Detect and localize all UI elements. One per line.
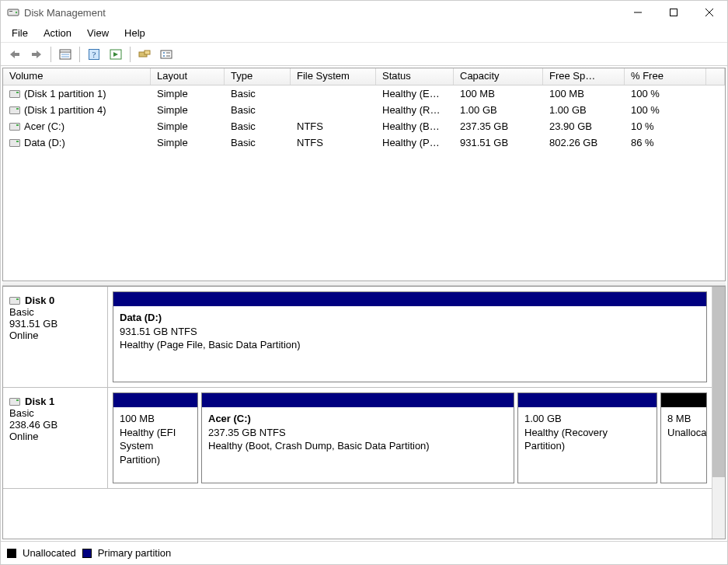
partition[interactable]: 100 MBHealthy (EFI System Partition) [113,392,198,483]
volume-pct: 86 % [625,137,706,148]
col-filesystem[interactable]: File System [291,68,376,85]
partition-body: 1.00 GBHealthy (Recovery Partition) [518,407,657,483]
disk-label[interactable]: Disk 1Basic238.46 GBOnline [3,388,108,488]
volume-type: Basic [225,104,291,116]
volume-fs: NTFS [291,120,376,132]
maximize-button[interactable] [656,1,691,24]
legend: Unallocated Primary partition [1,541,727,564]
volume-capacity: 931.51 GB [454,137,543,148]
disk-partitions: Data (D:)931.51 GB NTFSHealthy (Page Fil… [108,287,712,387]
disk-icon [9,398,20,406]
close-button[interactable] [691,1,727,24]
col-status[interactable]: Status [376,68,454,85]
svg-rect-4 [671,9,677,16]
svg-rect-1 [9,11,12,12]
partition[interactable]: Data (D:)931.51 GB NTFSHealthy (Page Fil… [113,291,707,382]
partition-body: Acer (C:)237.35 GB NTFSHealthy (Boot, Cr… [202,407,514,483]
disk-row: Disk 1Basic238.46 GBOnline100 MBHealthy … [3,388,712,489]
partition-sub: 237.35 GB NTFS [208,427,286,438]
svg-rect-8 [15,53,19,56]
col-pctfree[interactable]: % Free [625,68,706,85]
volume-status: Healthy (E… [376,88,454,99]
col-layout[interactable]: Layout [151,68,225,85]
volume-free: 23.90 GB [543,120,625,132]
disk-icon [9,297,20,305]
partition-status: Healthy (Recovery Partition) [524,427,608,452]
menu-view[interactable]: View [79,26,117,40]
partition[interactable]: Acer (C:)237.35 GB NTFSHealthy (Boot, Cr… [201,392,514,483]
partition-sub: 931.51 GB NTFS [120,326,197,337]
col-capacity[interactable]: Capacity [454,68,543,85]
col-volume[interactable]: Volume [3,68,151,85]
disk-state: Online [9,330,101,341]
legend-swatch-unallocated [7,549,16,558]
volume-status: Healthy (P… [376,137,454,148]
volume-row[interactable]: Data (D:)SimpleBasicNTFSHealthy (P…931.5… [3,134,725,151]
disk-map-scroll: Disk 0Basic931.51 GBOnlineData (D:)931.5… [3,287,712,539]
partition[interactable]: 1.00 GBHealthy (Recovery Partition) [517,392,657,483]
volume-list-pane: Volume Layout Type File System Status Ca… [2,68,726,281]
menu-action[interactable]: Action [36,26,79,40]
volume-list-body: (Disk 1 partition 1)SimpleBasicHealthy (… [3,85,725,281]
partition-status: Healthy (EFI System Partition) [120,427,176,466]
scrollbar-thumb[interactable] [712,287,725,477]
drive-icon [9,139,20,147]
volume-capacity: 237.35 GB [454,120,543,132]
svg-point-23 [163,55,165,57]
svg-marker-7 [10,51,15,58]
disk-name: Disk 0 [25,295,54,306]
window-title: Disk Management [24,7,106,19]
content-area: Volume Layout Type File System Status Ca… [1,66,727,541]
volume-row[interactable]: (Disk 1 partition 1)SimpleBasicHealthy (… [3,85,725,102]
minimize-button[interactable] [620,1,656,24]
volume-layout: Simple [151,104,225,116]
volume-free: 1.00 GB [543,104,625,116]
disk-label[interactable]: Disk 0Basic931.51 GBOnline [3,287,108,387]
drive-icon [9,123,20,131]
legend-label-unallocated: Unallocated [23,547,76,559]
partition-color-bar [202,393,514,407]
partition-status: Healthy (Boot, Crash Dump, Basic Data Pa… [208,440,430,452]
col-freespace[interactable]: Free Sp… [543,68,625,85]
partition-unallocated[interactable]: 8 MBUnallocated [660,392,707,483]
volume-capacity: 1.00 GB [454,104,543,116]
volume-fs: NTFS [291,137,376,148]
col-type[interactable]: Type [225,68,291,85]
col-filler [706,68,725,85]
legend-label-primary: Primary partition [98,547,172,559]
partition-sub: 8 MB [667,413,691,424]
action-list-button[interactable] [135,45,154,64]
volume-name: Data (D:) [24,137,65,148]
disk-map-pane: Disk 0Basic931.51 GBOnlineData (D:)931.5… [2,286,726,539]
volume-pct: 100 % [625,88,706,99]
volume-name: (Disk 1 partition 4) [24,104,106,116]
svg-rect-20 [145,51,150,54]
partition-body: Data (D:)931.51 GB NTFSHealthy (Page Fil… [113,306,706,382]
toolbar: ? [1,43,727,66]
help-button[interactable]: ? [85,45,103,64]
svg-marker-18 [113,52,118,57]
volume-row[interactable]: Acer (C:)SimpleBasicNTFSHealthy (B…237.3… [3,118,725,134]
forward-button[interactable] [27,45,46,64]
menu-file[interactable]: File [4,26,36,40]
menu-help[interactable]: Help [117,26,153,40]
volume-row[interactable]: (Disk 1 partition 4)SimpleBasicHealthy (… [3,102,725,118]
disk-name: Disk 1 [25,396,54,407]
disk-type: Basic [9,306,101,318]
vertical-scrollbar[interactable] [712,287,725,539]
disk-size: 931.51 GB [9,318,101,330]
app-icon [7,6,19,19]
properties-button[interactable] [56,45,75,64]
settings-button[interactable] [157,45,176,64]
disk-row: Disk 0Basic931.51 GBOnlineData (D:)931.5… [3,287,712,388]
refresh-button[interactable] [106,45,125,64]
disk-type: Basic [9,407,101,419]
back-button[interactable] [5,45,24,64]
partition-status: Unallocated [667,427,706,438]
partition-color-bar [113,393,197,407]
volume-type: Basic [225,137,291,148]
legend-swatch-primary [82,549,92,558]
partition-color-bar [113,292,706,306]
svg-text:?: ? [92,50,96,59]
drive-icon [9,106,20,114]
